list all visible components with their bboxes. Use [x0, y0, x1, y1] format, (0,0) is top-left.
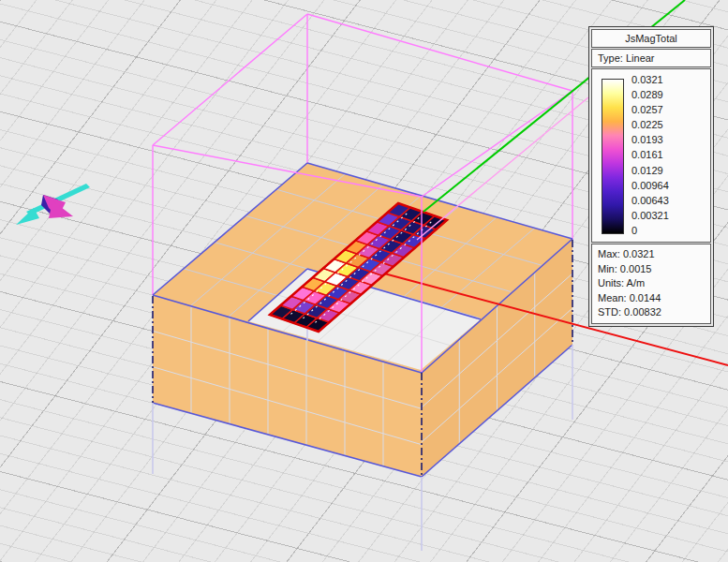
- scale-tick-label: 0.00321: [631, 209, 706, 223]
- field-legend[interactable]: JsMagTotal Type: Linear 0.03210.02890.02…: [588, 26, 714, 327]
- scale-tick-label: 0.0289: [631, 88, 706, 102]
- scale-tick-label: 0.0129: [631, 164, 706, 178]
- stat-line: STD: 0.00832: [598, 305, 710, 320]
- legend-scale-type: Type: Linear: [591, 49, 711, 67]
- scale-tick-label: 0.0321: [631, 73, 706, 87]
- legend-color-scale: 0.03210.02890.02570.02250.01930.01610.01…: [591, 68, 711, 243]
- scale-tick-label: 0.00643: [631, 194, 706, 208]
- scale-tick-label: 0.0193: [631, 133, 706, 147]
- scale-tick-label: 0.0257: [631, 103, 706, 117]
- scale-tick-label: 0.0161: [631, 148, 706, 162]
- stat-line: Max: 0.0321: [598, 247, 710, 262]
- scale-tick-label: 0.0225: [631, 118, 706, 132]
- scale-tick-label: 0.00964: [631, 179, 706, 193]
- legend-stats: Max: 0.0321Min: 0.0015Units: A/mMean: 0.…: [591, 244, 711, 324]
- stat-line: Mean: 0.0144: [598, 291, 710, 306]
- colorbar: [602, 79, 624, 234]
- stat-line: Min: 0.0015: [598, 262, 710, 277]
- legend-title: JsMagTotal: [591, 29, 711, 48]
- excitation-arrow-indicator: [16, 184, 90, 225]
- colorbar-labels: 0.03210.02890.02570.02250.01930.01610.01…: [631, 73, 706, 238]
- stat-line: Units: A/m: [598, 276, 710, 291]
- scale-tick-label: 0: [631, 224, 706, 238]
